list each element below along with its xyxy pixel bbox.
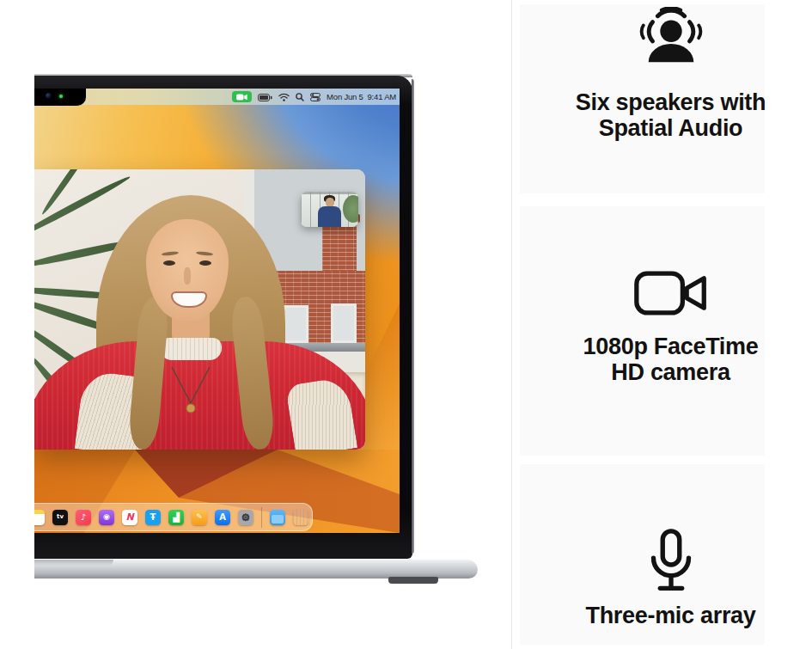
feature-title-mic: Three-mic array [548, 603, 793, 628]
microphone-icon [644, 528, 698, 603]
camera-active-indicator-icon[interactable] [232, 91, 252, 102]
numbers-app-icon[interactable]: ▟ [168, 510, 184, 525]
dock-separator [261, 507, 262, 528]
trash-icon[interactable] [293, 510, 308, 525]
macbook-base [34, 559, 478, 579]
eyebrow [162, 251, 179, 256]
smile [171, 291, 207, 308]
column-divider [511, 0, 512, 649]
battery-icon[interactable] [258, 89, 272, 105]
webcam-lens [46, 93, 52, 99]
macbook-side-rim [412, 79, 414, 554]
feature-title-camera: 1080p FaceTime HD camera [548, 334, 793, 385]
podcasts-app-icon[interactable]: ◉ [99, 510, 114, 525]
eye [199, 260, 211, 266]
system-settings-app-icon[interactable]: ⚙ [238, 510, 253, 525]
facetime-camera-icon [633, 269, 709, 321]
eye [163, 260, 175, 266]
pip-plant [343, 195, 358, 223]
wifi-icon[interactable] [278, 89, 290, 105]
menu-bar: Mon Jun 5 9:41 AM [34, 89, 400, 105]
nose [184, 267, 191, 285]
downloads-folder-icon[interactable] [270, 510, 285, 525]
eyebrow [196, 251, 213, 256]
notes-app-icon[interactable] [34, 510, 45, 525]
pages-app-icon[interactable]: ✎ [192, 510, 207, 525]
keynote-app-icon[interactable]: Ŧ [145, 510, 161, 525]
feature-title-speakers: Six speakers with Spatial Audio [548, 89, 793, 141]
product-feature-graphic: Mon Jun 5 9:41 AM [0, 0, 812, 649]
menu-bar-status-items: Mon Jun 5 9:41 AM [232, 89, 396, 105]
camera-notch [34, 89, 86, 106]
facetime-window[interactable] [34, 169, 365, 450]
spotlight-search-icon[interactable] [296, 89, 304, 105]
feature-card-speakers: Six speakers with Spatial Audio [520, 4, 765, 193]
menu-bar-clock[interactable]: Mon Jun 5 9:41 AM [327, 92, 396, 101]
apple-tv-app-icon[interactable]: tv [52, 510, 68, 525]
pip-man-blue-shirt [318, 206, 341, 227]
dock: tv ♪ ◉ N Ŧ ▟ ✎ A ⚙ [34, 503, 313, 531]
music-app-icon[interactable]: ♪ [76, 510, 91, 525]
news-app-icon[interactable]: N [122, 510, 137, 525]
feature-card-camera: 1080p FaceTime HD camera [520, 206, 765, 456]
macbook-rubber-foot [388, 577, 438, 584]
face [146, 219, 229, 321]
macbook-thumb-scoop [34, 560, 113, 566]
facetime-pip-self-view[interactable] [301, 192, 358, 227]
control-center-icon[interactable] [310, 89, 321, 105]
feature-card-mic: Three-mic array [520, 464, 765, 645]
macbook-screen: Mon Jun 5 9:41 AM [34, 89, 400, 533]
app-store-app-icon[interactable]: A [215, 510, 230, 525]
spatial-audio-icon [635, 7, 707, 77]
camera-active-led [59, 95, 63, 98]
